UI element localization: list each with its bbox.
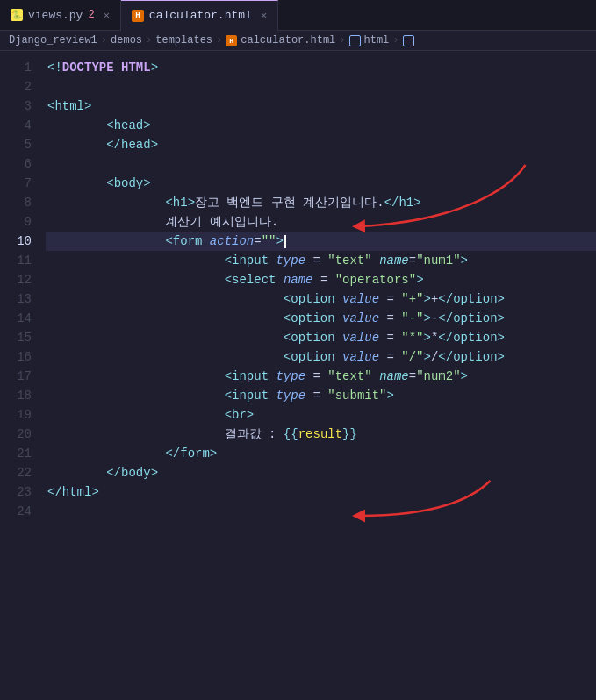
code-line-22: </body> [46, 463, 596, 482]
tab-views-label: views.py [28, 9, 83, 22]
code-line-7: <body> [46, 174, 596, 193]
tab-views[interactable]: 🐍 views.py 2 ✕ [0, 0, 121, 31]
code-line-21: </form> [46, 444, 596, 463]
breadcrumb-html-icon: H [226, 35, 237, 46]
code-line-4: <head> [46, 116, 596, 135]
code-line-2 [46, 77, 596, 96]
code-line-8: <h1>장고 백엔드 구현 계산기입니다.</h1> [46, 193, 596, 212]
code-line-12: <select name = "operators"> [46, 270, 596, 289]
tab-calculator-label: calculator.html [149, 9, 252, 22]
breadcrumb-html-element-icon [349, 35, 361, 46]
line-numbers: 1 2 3 4 5 6 7 8 9 10 11 12 13 14 15 16 1… [0, 51, 42, 700]
code-line-3: <html> [46, 96, 596, 116]
code-line-19: <br> [46, 405, 596, 425]
code-line-24 [46, 502, 596, 521]
code-line-17: <input type = "text" name="num2"> [46, 367, 596, 386]
code-line-16: <option value = "/">/</option> [46, 347, 596, 367]
code-line-20: 결과값 : {{result}} [46, 425, 596, 444]
code-line-5: </head> [46, 135, 596, 154]
code-area[interactable]: <!DOCTYPE HTML> <html> <head> </head> <b… [42, 51, 596, 700]
code-line-6 [46, 154, 596, 174]
code-line-10: <form action=""> [46, 232, 596, 251]
code-line-15: <option value = "*">*</option> [46, 328, 596, 347]
code-line-14: <option value = "-">-</option> [46, 309, 596, 328]
breadcrumb-body-icon [403, 35, 414, 46]
code-line-18: <input type = "submit"> [46, 386, 596, 405]
tab-bar: 🐍 views.py 2 ✕ H calculator.html ✕ [0, 0, 596, 31]
tab-calculator[interactable]: H calculator.html ✕ [121, 0, 278, 31]
breadcrumb: Django_review1 › demos › templates › H c… [0, 31, 596, 51]
tab-views-close[interactable]: ✕ [104, 9, 110, 22]
html-icon: H [132, 10, 144, 22]
editor: 1 2 3 4 5 6 7 8 9 10 11 12 13 14 15 16 1… [0, 51, 596, 700]
tab-views-badge: 2 [88, 9, 94, 21]
tab-calculator-close[interactable]: ✕ [261, 9, 267, 22]
code-line-13: <option value = "+">+</option> [46, 289, 596, 309]
code-line-23: </html> [46, 482, 596, 502]
code-line-1: <!DOCTYPE HTML> [46, 58, 596, 77]
python-icon: 🐍 [11, 9, 23, 21]
code-line-9: 계산기 예시입니다. [46, 212, 596, 232]
code-line-11: <input type = "text" name="num1"> [46, 251, 596, 270]
